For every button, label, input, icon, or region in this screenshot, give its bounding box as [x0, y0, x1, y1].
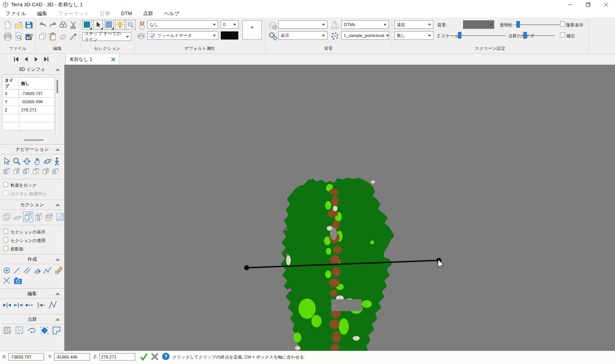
help-icon[interactable]: ?	[162, 353, 170, 360]
create-cross-point-icon[interactable]	[2, 276, 11, 285]
print-preview-icon[interactable]	[14, 32, 23, 41]
create-line-icon[interactable]	[12, 266, 21, 275]
pan-tool-icon[interactable]	[33, 157, 41, 166]
split-region-icon[interactable]	[51, 325, 62, 336]
tab-untitled-1[interactable]: 名前なし 1	[65, 54, 119, 65]
brush-icon[interactable]	[69, 32, 78, 41]
collapse-icon[interactable]	[55, 148, 60, 151]
panel-header-create[interactable]: 作成	[0, 254, 64, 264]
edit-vertices-icon[interactable]	[48, 300, 58, 310]
pointsize-slider[interactable]	[522, 32, 555, 39]
new-file-icon[interactable]	[3, 20, 12, 30]
bg-color-swatch[interactable]	[463, 20, 494, 29]
shading-checkbox[interactable]	[560, 21, 565, 27]
walk-tool-icon[interactable]	[54, 157, 60, 166]
collapse-icon[interactable]	[55, 203, 60, 206]
section-diagonal-plane-icon[interactable]	[55, 212, 65, 222]
snap-mode-dropdown[interactable]: スナップ すべてのライン	[82, 32, 131, 41]
custom-orbit-center-checkbox[interactable]	[3, 191, 8, 196]
classify-inside-fence-icon[interactable]	[2, 325, 12, 336]
completion-checkbox[interactable]	[560, 32, 565, 37]
create-converging-lines-icon[interactable]	[33, 266, 41, 275]
rotation-dropdown[interactable]: 無し	[394, 31, 433, 40]
select-tool-icon[interactable]	[2, 157, 11, 166]
model-dropdown[interactable]	[278, 20, 327, 29]
create-polyline-icon[interactable]	[43, 266, 52, 275]
create-offset-lines-icon[interactable]	[54, 266, 63, 275]
lock-orbit-checkbox[interactable]	[3, 182, 8, 187]
dolly-tool-icon[interactable]	[23, 157, 31, 166]
projection-plane-checkbox[interactable]	[3, 246, 8, 251]
collapse-icon[interactable]	[55, 258, 60, 261]
erase-points-icon[interactable]	[39, 325, 49, 336]
cut-icon[interactable]	[69, 20, 78, 30]
menu-file[interactable]: ファイル	[0, 9, 32, 18]
section-vertical-plane-icon[interactable]	[34, 212, 44, 222]
section-horizontal-plane-icon[interactable]	[44, 212, 54, 222]
prev-view-button[interactable]	[23, 56, 30, 62]
trim-to-line-icon[interactable]	[2, 300, 12, 310]
projection-dropdown[interactable]: 遠近	[394, 20, 433, 29]
tab-close-icon[interactable]	[111, 57, 115, 62]
panel-header-section[interactable]: セクション	[0, 200, 64, 209]
copy-icon[interactable]	[38, 32, 48, 41]
save-icon[interactable]	[24, 20, 34, 30]
view-cube-bottom-icon[interactable]	[51, 167, 59, 175]
view-cube-back-icon[interactable]	[41, 167, 49, 175]
lasso-points-icon[interactable]	[27, 325, 37, 336]
restore-button[interactable]	[579, 0, 597, 9]
section-box-icon-selected[interactable]	[23, 212, 33, 222]
menu-dtm[interactable]: DTM	[116, 9, 138, 18]
paste-icon[interactable]	[48, 32, 58, 41]
y-input[interactable]	[54, 353, 90, 360]
layer-dropdown[interactable]: フィールドデータ	[147, 31, 218, 40]
active-pointcloud-dropdown[interactable]: 1_sample_pointcloud	[341, 31, 389, 40]
transparency-slider[interactable]	[514, 21, 562, 28]
3d-viewport[interactable]	[64, 65, 615, 351]
collapse-icon[interactable]	[55, 68, 60, 71]
menu-pointcloud[interactable]: 点群	[138, 9, 159, 18]
rect-select-icon[interactable]	[104, 20, 114, 30]
save-as-icon[interactable]	[24, 32, 34, 41]
extend-line-icon[interactable]	[25, 300, 34, 310]
close-button[interactable]	[597, 0, 615, 9]
apply-section-checkbox[interactable]	[3, 237, 8, 242]
first-view-button[interactable]	[12, 56, 19, 62]
view-cube-iso-icon[interactable]	[2, 167, 11, 175]
table-horizontal-scrollbar[interactable]	[24, 140, 44, 141]
line-color-dropdown[interactable]	[221, 31, 239, 40]
collapse-icon[interactable]	[55, 292, 60, 295]
create-parallel-line-icon[interactable]	[23, 266, 31, 275]
checked-checkbox-icon[interactable]	[150, 33, 155, 38]
clean-icon[interactable]	[58, 32, 68, 41]
view-cube-front-icon[interactable]	[12, 167, 20, 175]
join-lines-icon[interactable]	[14, 300, 23, 310]
table-vertical-scrollbar[interactable]	[55, 77, 59, 137]
panel-header-navigation[interactable]: ナビゲーション	[0, 145, 64, 154]
panel-header-edit[interactable]: 編集	[0, 289, 64, 298]
classify-fence-icon[interactable]	[14, 325, 25, 336]
panel-header-3d-info[interactable]: 3D インフォ	[0, 65, 64, 74]
zscale-slider[interactable]	[457, 32, 505, 39]
view-cube-side-icon[interactable]	[22, 167, 30, 175]
show-section-checkbox[interactable]	[3, 229, 8, 234]
z-input[interactable]	[99, 353, 135, 360]
display-dropdown[interactable]: 表示	[278, 31, 327, 40]
section-slab-icon[interactable]	[12, 212, 22, 222]
orbit-tool-icon[interactable]	[43, 157, 52, 166]
trim-end-icon[interactable]	[36, 300, 46, 310]
view-cube-top-icon[interactable]	[32, 167, 40, 175]
redo-icon[interactable]	[48, 20, 58, 30]
create-point-icon[interactable]	[2, 266, 11, 275]
x-input[interactable]	[8, 353, 44, 360]
undo-icon[interactable]	[38, 20, 48, 30]
menu-edit[interactable]: 編集	[32, 9, 53, 18]
zoom-tool-icon[interactable]	[12, 157, 21, 166]
print-icon[interactable]	[3, 32, 12, 41]
zoom-select-icon[interactable]	[126, 20, 136, 30]
pointer-select-icon[interactable]	[93, 20, 103, 30]
settings-gears-icon[interactable]	[268, 31, 278, 41]
section-none-icon[interactable]	[2, 212, 12, 222]
open-file-icon[interactable]	[14, 20, 23, 30]
add-attribute-button[interactable]: +	[242, 20, 262, 40]
